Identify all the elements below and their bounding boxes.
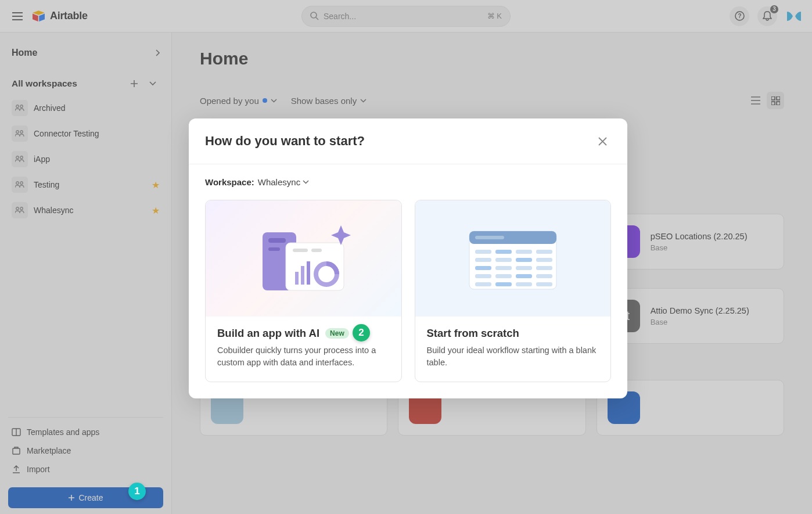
svg-rect-33 — [495, 250, 512, 254]
workspace-dropdown[interactable]: Whalesync — [258, 177, 309, 187]
scratch-illustration — [415, 200, 611, 317]
modal-title: How do you want to start? — [205, 134, 365, 149]
modal-close-button[interactable] — [594, 132, 611, 150]
options-row: Build an app with AI New Cobuilder quick… — [205, 200, 611, 382]
svg-rect-31 — [475, 236, 504, 239]
svg-rect-44 — [475, 274, 491, 278]
annotation-marker-2: 2 — [353, 324, 370, 342]
option-ai-title: Build an app with AI — [217, 327, 319, 340]
svg-rect-43 — [536, 266, 552, 270]
create-modal: How do you want to start? Workspace: Wha… — [189, 118, 627, 398]
svg-rect-34 — [516, 250, 532, 254]
svg-rect-26 — [301, 266, 304, 285]
svg-rect-49 — [495, 282, 512, 286]
option-scratch[interactable]: Start from scratch Build your ideal work… — [415, 200, 612, 382]
svg-rect-37 — [495, 258, 512, 262]
new-tag: New — [325, 328, 349, 339]
modal-body: Workspace: Whalesync — [189, 164, 627, 398]
option-build-ai[interactable]: Build an app with AI New Cobuilder quick… — [205, 200, 402, 382]
option-ai-desc: Cobuilder quickly turns your process int… — [217, 344, 390, 369]
option-scratch-desc: Build your ideal workflow starting with … — [427, 344, 599, 369]
svg-rect-35 — [536, 250, 552, 254]
svg-rect-41 — [495, 266, 512, 270]
ai-illustration — [206, 200, 401, 317]
svg-rect-20 — [268, 238, 286, 243]
svg-rect-27 — [307, 261, 310, 285]
svg-rect-36 — [475, 258, 491, 262]
svg-rect-25 — [295, 272, 299, 285]
svg-rect-51 — [536, 282, 552, 286]
close-icon — [598, 137, 607, 146]
svg-rect-38 — [516, 258, 532, 262]
svg-rect-48 — [475, 282, 491, 286]
chevron-down-icon — [303, 180, 309, 184]
option-scratch-title: Start from scratch — [427, 327, 519, 340]
svg-rect-46 — [516, 274, 532, 278]
svg-rect-32 — [475, 250, 491, 254]
svg-rect-40 — [475, 266, 491, 270]
svg-rect-45 — [495, 274, 512, 278]
svg-rect-23 — [293, 249, 308, 252]
svg-rect-24 — [311, 249, 322, 252]
svg-rect-21 — [268, 247, 280, 251]
svg-rect-42 — [516, 266, 532, 270]
svg-rect-39 — [536, 258, 552, 262]
modal-header: How do you want to start? — [189, 118, 627, 164]
workspace-label: Workspace: — [205, 177, 254, 187]
annotation-marker-1: 1 — [128, 483, 146, 500]
svg-rect-47 — [536, 274, 552, 278]
workspace-selector: Workspace: Whalesync — [205, 177, 611, 187]
svg-rect-50 — [516, 282, 532, 286]
